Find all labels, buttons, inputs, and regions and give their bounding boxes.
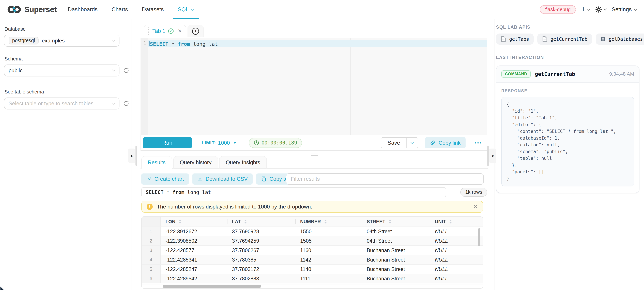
table-header-row: LON LAT NUMBER STREET UNIT (142, 217, 483, 227)
query-tab[interactable]: Tab 1 ✓ ✕ (144, 25, 186, 37)
nav-item-dashboards[interactable]: Dashboards (61, 0, 104, 19)
environment-badge: flask-debug (540, 5, 576, 14)
schema-select[interactable]: public (4, 64, 120, 76)
sql-code-line: SELECT * from long_lat (150, 41, 218, 47)
sidebar-resize-track[interactable] (136, 146, 137, 166)
database-select[interactable]: postgresql examples (4, 35, 120, 47)
api-button-gettabs[interactable]: getTabs (496, 33, 534, 45)
filter-results-input[interactable] (286, 173, 484, 185)
link-icon (430, 140, 436, 146)
sqllab-left-sidebar: Database postgresql examples Schema publ… (0, 19, 132, 290)
interaction-card-body: RESPONSE { "id": "1", "title": "Tab 1", … (496, 83, 639, 193)
nav-item-charts[interactable]: Charts (105, 0, 135, 19)
nav-item-sql[interactable]: SQL (171, 0, 201, 19)
save-split-button: Save (381, 137, 418, 148)
add-tab-button[interactable]: + (188, 25, 204, 37)
clock-icon (254, 140, 259, 146)
api-button-getdatabases[interactable]: getDatabases (596, 33, 644, 45)
collapse-sidebar-button[interactable]: < (128, 149, 135, 163)
create-chart-button[interactable]: Create chart (141, 173, 189, 185)
page-icon (542, 36, 547, 42)
save-options-caret[interactable] (406, 138, 418, 148)
table-select[interactable]: Select table or type to search tables (4, 97, 120, 109)
more-options-button[interactable] (475, 142, 481, 143)
tab-query-history[interactable]: Query history (174, 156, 218, 169)
column-header-lon[interactable]: LON (160, 217, 227, 227)
tab-query-insights[interactable]: Query Insights (219, 156, 266, 169)
api-button-getcurrenttab[interactable]: getCurrentTab (537, 33, 592, 45)
close-icon[interactable]: ✕ (473, 204, 478, 210)
warning-icon: ! (146, 204, 153, 210)
new-item-button[interactable]: + (581, 6, 590, 13)
editor-tabbar: Tab 1 ✓ ✕ + (140, 24, 488, 37)
last-interaction-heading: LAST INTERACTION (496, 55, 640, 60)
sql-code-editor[interactable]: 1 SELECT * from long_lat (140, 38, 487, 135)
theme-toggle-button[interactable] (595, 6, 606, 13)
tab-results[interactable]: Results (141, 156, 172, 169)
sort-icon (324, 220, 327, 224)
drag-handle-icon[interactable] (148, 27, 149, 35)
database-label: Database (4, 26, 131, 32)
limit-dropdown[interactable]: LIMIT: 1000 (202, 140, 236, 146)
sort-icon (449, 220, 452, 224)
column-header-unit[interactable]: UNIT (430, 217, 477, 227)
chevron-down-icon (112, 68, 116, 72)
chevron-down-icon (112, 38, 116, 42)
plus-icon: + (581, 5, 585, 12)
collapse-panel-button[interactable]: > (489, 149, 496, 163)
table-row: 2 -122.3908502 37.7694259 1505 04th Stre… (142, 236, 483, 245)
editor-gutter: 1 (140, 38, 148, 135)
sun-icon (595, 6, 602, 13)
card-file-box-icon (600, 36, 606, 42)
warning-text: The number of rows displayed is limited … (157, 204, 312, 210)
chevron-down-icon (191, 7, 194, 10)
close-tab-icon[interactable]: ✕ (178, 28, 182, 34)
database-dialect-tag: postgresql (8, 37, 38, 44)
horizontal-scrollbar-thumb[interactable] (162, 285, 261, 288)
line-chart-icon (146, 176, 152, 182)
executed-query-preview: SELECT * from long_lat (141, 187, 446, 198)
divider (4, 117, 120, 117)
nav-right-group: flask-debug + Settings (540, 5, 636, 14)
plus-circle-icon: + (192, 28, 199, 35)
settings-menu[interactable]: Settings (612, 6, 636, 13)
command-timestamp: 9:34:48 AM (609, 71, 634, 77)
refresh-icon[interactable] (123, 100, 130, 107)
nav-item-datasets[interactable]: Datasets (135, 0, 171, 19)
copy-link-button[interactable]: Copy link (425, 137, 466, 148)
command-badge: COMMAND (501, 70, 531, 78)
panel-resize-track[interactable] (487, 146, 489, 166)
check-circle-icon: ✓ (168, 28, 174, 34)
schema-label: Schema (4, 56, 131, 62)
executed-query-row: SELECT * from long_lat 1k rows (141, 187, 488, 198)
table-row: 5 -122.4285247 37.7803172 1140 Buchanan … (142, 264, 483, 274)
run-query-button[interactable]: Run (143, 137, 192, 148)
save-button[interactable]: Save (381, 138, 406, 148)
panel-resize-handle[interactable] (311, 153, 318, 156)
chevron-down-icon (604, 7, 607, 10)
horizontal-scrollbar-track[interactable] (142, 284, 483, 288)
results-panel: Results Query history Query Insights Cre… (140, 156, 488, 290)
table-select-placeholder: Select table or type to search tables (8, 100, 94, 107)
schema-value: public (8, 67, 22, 74)
line-number: 1 (144, 40, 146, 46)
results-table: LON LAT NUMBER STREET UNIT 1 -122.391267… (141, 216, 483, 289)
table-row: 4 -122.4285341 37.780385 1142 Buchanan S… (142, 255, 483, 264)
chevron-down-icon (112, 101, 116, 105)
table-schema-label: See table schema (4, 89, 131, 95)
download-csv-button[interactable]: Download to CSV (192, 173, 252, 185)
chevron-down-icon (410, 140, 414, 144)
interaction-card: COMMAND getCurrentTab 9:34:48 AM RESPONS… (496, 65, 640, 193)
vertical-scrollbar[interactable] (478, 228, 480, 246)
print-margin-line (350, 38, 351, 135)
interaction-card-header: COMMAND getCurrentTab 9:34:48 AM (496, 66, 639, 83)
column-header-street[interactable]: STREET (362, 217, 430, 227)
top-navbar: Superset Dashboards Charts Datasets SQL … (0, 0, 644, 19)
row-count-badge: 1k rows (460, 188, 487, 197)
brand-name: Superset (24, 5, 56, 14)
column-header-lat[interactable]: LAT (227, 217, 296, 227)
column-header-number[interactable]: NUMBER (295, 217, 362, 227)
refresh-icon[interactable] (123, 67, 130, 74)
superset-logo[interactable]: Superset (8, 5, 56, 14)
chevron-down-icon (634, 7, 637, 10)
